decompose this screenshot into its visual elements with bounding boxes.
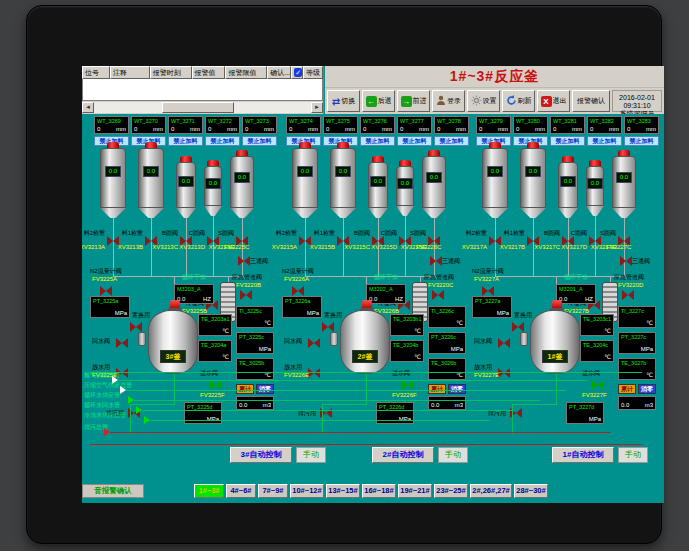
manual-control-button[interactable]: 手动 bbox=[438, 447, 468, 463]
alarm-table-hscrollbar[interactable]: ◄ ► bbox=[82, 101, 323, 114]
reset-zero-button[interactable]: 消零 bbox=[448, 384, 466, 394]
weigh-indicator: WT_32790mm bbox=[476, 116, 511, 134]
reactor-valve[interactable] bbox=[116, 338, 128, 348]
scroll-thumb[interactable] bbox=[162, 102, 234, 113]
scroll-right-icon[interactable]: ► bbox=[311, 102, 323, 113]
totalizer-button[interactable]: 累计 bbox=[236, 384, 254, 394]
process-indicator: TE_3204b℃ bbox=[390, 340, 424, 362]
n2-flow-valve-label: N2流量计阀 bbox=[472, 268, 504, 275]
no-feed-label[interactable]: 禁止加料 bbox=[434, 136, 469, 146]
reactor-valve[interactable] bbox=[210, 380, 222, 390]
reactor-valve[interactable] bbox=[498, 368, 510, 378]
n2-flow-valve[interactable] bbox=[292, 286, 304, 296]
circulating-water-out-label: 循环下水 bbox=[182, 274, 206, 281]
reactor-valve[interactable] bbox=[130, 322, 142, 332]
scroll-left-icon[interactable]: ◄ bbox=[82, 102, 94, 113]
refresh-button[interactable]: 刷新 bbox=[502, 90, 535, 112]
forward-button[interactable]: →前进 bbox=[397, 90, 430, 112]
process-indicator: TE_3026b℃ bbox=[428, 358, 466, 380]
alarm-col-comment[interactable]: 注释 bbox=[110, 66, 150, 79]
totalizer-button[interactable]: 累计 bbox=[428, 384, 446, 394]
scroll-track[interactable] bbox=[94, 102, 311, 113]
sound-alarm-ack-button[interactable]: 音报警确认 bbox=[82, 484, 144, 498]
auto-control-button[interactable]: 1#自动控制 bbox=[552, 447, 614, 463]
settings-button[interactable]: 设置 bbox=[467, 90, 500, 112]
alarm-ack-button[interactable]: 报警确认 bbox=[572, 90, 610, 112]
auto-control-button[interactable]: 3#自动控制 bbox=[230, 447, 292, 463]
three-way-valve[interactable] bbox=[430, 256, 442, 266]
no-feed-label[interactable]: 禁止加料 bbox=[360, 136, 395, 146]
emergency-line-valve[interactable] bbox=[240, 290, 252, 300]
reactor-valve[interactable] bbox=[512, 322, 524, 332]
process-indicator: TE_3204c℃ bbox=[580, 340, 614, 362]
no-feed-label[interactable]: 禁止加料 bbox=[242, 136, 277, 146]
alarm-col-confirm[interactable]: 确认... bbox=[267, 66, 291, 79]
tank-cone bbox=[396, 206, 414, 216]
reactor-vessel bbox=[340, 310, 390, 374]
process-indicator: TE_3203c1℃ bbox=[580, 314, 614, 336]
exit-button[interactable]: X退出 bbox=[537, 90, 570, 112]
n2-flow-valve[interactable] bbox=[482, 286, 494, 296]
reactor-valve[interactable] bbox=[308, 338, 320, 348]
page-button-4[interactable]: 10#~12# bbox=[290, 484, 324, 498]
page-button-6[interactable]: 16#~18# bbox=[362, 484, 396, 498]
pipe-segment bbox=[90, 444, 642, 445]
tank-level-display: 0.0 bbox=[616, 172, 632, 183]
emergency-line-valve-tag: FV3220B bbox=[236, 282, 261, 289]
close-icon: X bbox=[541, 96, 552, 107]
three-way-valve[interactable] bbox=[238, 256, 250, 266]
page-button-10[interactable]: 28#~30# bbox=[514, 484, 548, 498]
alarm-col-value[interactable]: 报警值 bbox=[192, 66, 226, 79]
page-button-9[interactable]: 2#,26#,27# bbox=[470, 484, 512, 498]
alarm-table-body[interactable] bbox=[82, 79, 323, 101]
n2-flow-valve[interactable] bbox=[100, 286, 112, 296]
page-button-5[interactable]: 13#~15# bbox=[326, 484, 360, 498]
alarm-col-level[interactable]: 等级 bbox=[303, 66, 323, 79]
no-feed-label[interactable]: 禁止加料 bbox=[550, 136, 585, 146]
no-feed-label[interactable]: 禁止加料 bbox=[587, 136, 622, 146]
login-button[interactable]: 登录 bbox=[432, 90, 465, 112]
feed-valve-tag: XV3215A bbox=[269, 244, 297, 251]
reactor-valve[interactable] bbox=[592, 380, 604, 390]
page-button-8[interactable]: 23#~25# bbox=[434, 484, 468, 498]
indicator-tag: TI_3225c bbox=[237, 307, 273, 315]
n2-flow-valve-tag: FV3227A bbox=[474, 276, 499, 283]
page-button-2[interactable]: 4#~6# bbox=[226, 484, 256, 498]
auto-control-button[interactable]: 2#自动控制 bbox=[372, 447, 434, 463]
page-button-1[interactable]: 1#~3# bbox=[194, 484, 224, 498]
page-button-7[interactable]: 19#~21# bbox=[398, 484, 432, 498]
reactor-valve-label: 放水用 bbox=[284, 364, 302, 371]
switch-button[interactable]: ⇄切换 bbox=[327, 90, 360, 112]
reactor-valve[interactable] bbox=[498, 338, 510, 348]
reactor-valve[interactable] bbox=[322, 322, 334, 332]
alarm-col-limit[interactable]: 报警限值 bbox=[225, 66, 267, 79]
manual-control-button[interactable]: 手动 bbox=[296, 447, 326, 463]
no-feed-label[interactable]: 禁止加料 bbox=[397, 136, 432, 146]
three-way-valve[interactable] bbox=[620, 256, 632, 266]
agitator-tag: M3203_A bbox=[175, 285, 213, 293]
emergency-line-valve[interactable] bbox=[432, 290, 444, 300]
manual-control-button[interactable]: 手动 bbox=[618, 447, 648, 463]
back-button[interactable]: ←后退 bbox=[362, 90, 395, 112]
feed-valve-label: B圆阀 bbox=[342, 230, 370, 237]
alarm-confirm-hand-icon[interactable]: ✓ bbox=[291, 66, 303, 79]
no-feed-label[interactable]: 禁止加料 bbox=[205, 136, 240, 146]
reset-zero-button[interactable]: 消零 bbox=[638, 384, 656, 394]
alarm-col-time[interactable]: 报警时刻 bbox=[150, 66, 192, 79]
reset-zero-button[interactable]: 消零 bbox=[256, 384, 274, 394]
indicator-tag: TE_3204c bbox=[581, 341, 613, 349]
reactor-valve[interactable] bbox=[402, 380, 414, 390]
process-indicator: TE_3204a℃ bbox=[198, 340, 232, 362]
no-feed-label[interactable]: 禁止加料 bbox=[168, 136, 203, 146]
totalizer-button[interactable]: 累计 bbox=[618, 384, 636, 394]
reactor-valve-label: 回水阀 bbox=[284, 338, 302, 345]
page-button-3[interactable]: 7#~9# bbox=[258, 484, 288, 498]
alarm-col-tag[interactable]: 位号 bbox=[82, 66, 110, 79]
process-indicator: PT_3227cMPa bbox=[618, 332, 656, 354]
circulating-water-out-label: 循环下水 bbox=[564, 274, 588, 281]
tank-cone bbox=[292, 208, 318, 218]
no-feed-label[interactable]: 禁止加料 bbox=[624, 136, 659, 146]
weigh-unit: mm bbox=[264, 126, 274, 132]
reactor-valve[interactable] bbox=[308, 368, 320, 378]
emergency-line-valve[interactable] bbox=[622, 290, 634, 300]
